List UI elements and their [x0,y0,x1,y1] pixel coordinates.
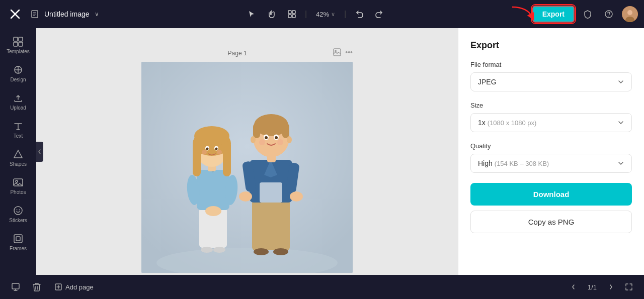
svg-point-64 [265,136,268,139]
undo-button[interactable] [351,6,367,22]
shield-button[interactable] [580,6,596,22]
svg-point-35 [205,206,221,216]
sidebar: Templates Design Upload Text [0,28,36,275]
copy-as-png-button[interactable]: Copy as PNG [470,211,632,233]
canvas-frame[interactable] [141,62,353,273]
page-icon-image[interactable] [333,48,341,58]
svg-point-21 [17,210,18,211]
avatar[interactable] [622,6,638,22]
page-container: Page 1 ••• [141,48,353,273]
svg-rect-5 [288,15,291,18]
canvas-area[interactable]: Page 1 ••• [36,28,458,275]
size-chevron [617,119,624,126]
svg-point-20 [14,207,22,215]
svg-point-55 [239,191,252,202]
svg-point-10 [627,10,632,15]
document-title[interactable]: Untitled image ∨ [30,10,99,19]
main-area: Templates Design Upload Text [0,28,644,275]
file-format-select[interactable]: JPEG [470,72,632,91]
svg-rect-6 [292,15,295,18]
present-button[interactable] [8,279,23,294]
background-svg [141,62,353,273]
svg-rect-24 [16,237,20,241]
svg-rect-52 [260,182,282,203]
toolbar-center: | 42% ∨ | [105,6,526,22]
svg-point-47 [217,150,222,155]
size-select[interactable]: 1x (1080 x 1080 px) [470,113,632,132]
svg-point-45 [215,148,218,150]
svg-rect-15 [19,42,23,46]
svg-rect-13 [19,37,23,41]
svg-rect-3 [288,11,291,14]
redo-button[interactable] [371,6,387,22]
quality-chevron [617,160,624,167]
bottombar-right: 1/1 [567,280,636,294]
svg-point-56 [290,191,303,202]
file-format-label: File format [470,61,632,68]
file-format-chevron [617,78,624,85]
select-tool-button[interactable] [244,6,260,22]
svg-rect-25 [334,49,341,56]
hand-tool-button[interactable] [264,6,280,22]
svg-point-41 [194,126,229,146]
svg-point-31 [213,247,225,253]
delete-button[interactable] [29,279,44,294]
page-label: Page 1 [141,50,333,57]
page-menu-button[interactable]: ••• [345,48,353,58]
svg-point-30 [201,247,213,253]
svg-point-66 [259,139,265,145]
sidebar-item-frames[interactable]: Frames [1,229,35,255]
sidebar-item-text[interactable]: Text [1,117,35,143]
page-controls: ••• [333,48,353,58]
svg-rect-39 [193,141,201,176]
svg-point-19 [16,180,18,182]
svg-point-8 [608,16,609,17]
svg-rect-48 [252,200,290,250]
sidebar-item-upload[interactable]: Upload [1,88,35,115]
svg-rect-61 [282,123,289,138]
svg-rect-23 [14,235,22,243]
add-page-button[interactable]: Add page [50,281,98,293]
zoom-control[interactable]: 42% ∨ [312,9,339,20]
download-button[interactable]: Download [470,183,632,206]
export-button[interactable]: Export [532,6,575,23]
svg-point-22 [19,210,20,211]
svg-point-46 [202,150,207,155]
svg-point-26 [335,50,337,52]
next-page-button[interactable] [604,280,618,294]
export-panel-title: Export [470,40,632,51]
sidebar-item-design[interactable]: Design [1,60,35,86]
svg-point-69 [287,136,292,143]
svg-rect-12 [14,37,18,41]
sidebar-item-shapes[interactable]: Shapes [1,145,35,171]
sidebar-item-photos[interactable]: Photos [1,173,35,199]
svg-rect-4 [292,11,295,14]
sidebar-collapse-handle[interactable] [36,142,43,162]
svg-rect-70 [12,283,19,289]
svg-rect-40 [223,141,231,176]
fullscreen-button[interactable] [622,280,636,294]
canvas-image [141,62,353,273]
size-label: Size [470,102,632,109]
topbar: Untitled image ∨ | 42% ∨ | [0,0,644,28]
svg-point-44 [206,148,209,150]
sidebar-item-stickers[interactable]: Stickers [1,201,35,227]
bottombar: Add page 1/1 [0,275,644,299]
sidebar-item-templates[interactable]: Templates [1,32,35,58]
svg-point-67 [277,139,283,145]
svg-point-68 [251,136,256,143]
svg-point-7 [605,11,612,18]
svg-point-49 [254,248,269,255]
layout-tool-button[interactable] [284,6,300,22]
svg-point-65 [275,136,278,139]
quality-label: Quality [470,142,632,150]
app-logo[interactable] [6,5,24,23]
prev-page-button[interactable] [567,280,581,294]
svg-rect-14 [14,42,18,46]
svg-marker-17 [14,150,22,158]
help-button[interactable] [601,6,617,22]
quality-select[interactable]: High (154 KB – 308 KB) [470,154,632,173]
svg-point-50 [273,248,288,255]
svg-rect-32 [197,170,229,210]
export-panel: Export File format JPEG Size 1x (1080 x … [458,28,644,275]
